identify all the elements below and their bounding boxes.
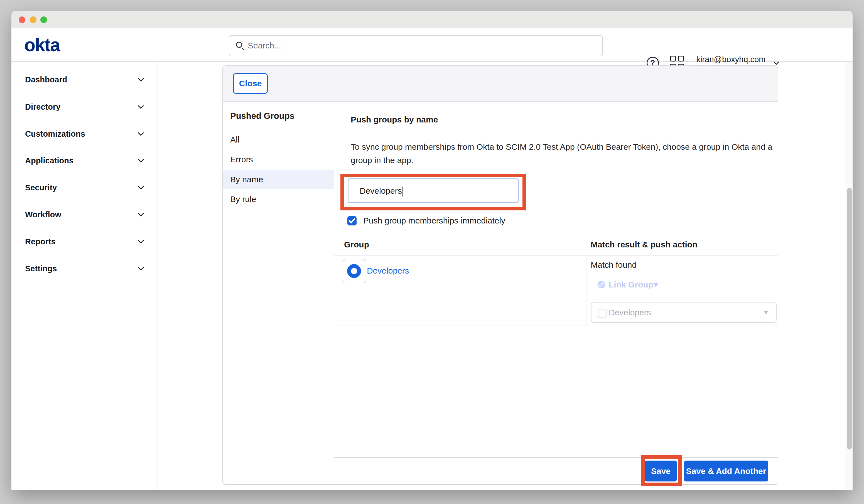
subnav-title: Pushed Groups [230, 108, 295, 124]
close-button[interactable]: Close [233, 73, 268, 94]
sidebar-item-customizations[interactable]: Customizations [11, 125, 158, 142]
match-status: Match found [591, 260, 637, 270]
table-top-border [334, 234, 778, 234]
close-window-button[interactable] [19, 16, 25, 23]
sidebar-item-security[interactable]: Security [11, 179, 158, 196]
sidebar-item-dashboard[interactable]: Dashboard [11, 71, 158, 88]
sidebar-item-directory[interactable]: Directory [11, 98, 158, 115]
column-header-group: Group [344, 240, 369, 249]
subnav-item-all[interactable]: All [223, 130, 334, 149]
pushed-groups-subnav: Pushed Groups All Errors By name By rule [223, 101, 334, 484]
search-input[interactable] [248, 36, 582, 56]
app-group-select-disabled[interactable]: Developers [591, 302, 777, 323]
section-description: To sync group memberships from Okta to S… [351, 140, 772, 167]
sidebar-item-applications[interactable]: Applications [11, 152, 158, 169]
section-heading: Push groups by name [351, 115, 438, 124]
pushed-groups-panel: Close Pushed Groups All Errors By name B… [223, 65, 778, 485]
chevron-down-icon [137, 265, 144, 272]
desktop: okta ? kiran@boxyhq.com okta-dev-2090126… [0, 0, 864, 504]
chevron-down-icon [137, 184, 144, 191]
group-name-input-value: Developers [360, 186, 402, 195]
table-column-divider [586, 255, 587, 326]
chevron-down-icon [137, 157, 144, 164]
caret-down-icon [653, 283, 658, 287]
link-icon [598, 281, 605, 288]
group-icon [342, 259, 366, 283]
subnav-item-errors[interactable]: Errors [223, 150, 334, 169]
okta-logo: okta [24, 28, 60, 61]
sidebar-item-workflow[interactable]: Workflow [11, 206, 158, 223]
text-cursor [403, 187, 403, 196]
push-by-name-content: Push groups by name To sync group member… [334, 101, 778, 484]
chevron-down-icon [137, 212, 144, 218]
sidebar-item-settings[interactable]: Settings [11, 260, 158, 277]
group-donut-icon [347, 264, 361, 278]
panel-header: Close [223, 66, 778, 101]
chevron-down-icon [137, 104, 144, 110]
footer-divider [334, 457, 778, 458]
chevron-down-icon [137, 239, 144, 244]
caret-down-icon [764, 311, 768, 314]
scrollbar-thumb[interactable] [847, 188, 852, 449]
push-immediately-label: Push group memberships immediately [363, 216, 505, 225]
chevron-down-icon [137, 76, 144, 83]
group-link-developers[interactable]: Developers [367, 266, 409, 276]
app-group-placeholder-icon [598, 309, 607, 317]
account-email: kiran@boxyhq.com [692, 55, 770, 64]
sidebar-item-reports[interactable]: Reports [11, 233, 158, 250]
sidebar-nav: Dashboard Directory Customizations Appli… [11, 62, 158, 490]
subnav-item-by-name[interactable]: By name [223, 170, 334, 189]
maximize-window-button[interactable] [40, 16, 47, 23]
search-icon [236, 42, 244, 50]
push-immediately-checkbox[interactable] [347, 216, 357, 225]
window-titlebar [11, 11, 853, 28]
save-add-another-button[interactable]: Save & Add Another [684, 460, 768, 481]
scrollbar-track[interactable] [845, 62, 853, 490]
subnav-item-by-rule[interactable]: By rule [223, 190, 334, 209]
save-button[interactable]: Save [645, 460, 677, 481]
browser-window: okta ? kiran@boxyhq.com okta-dev-2090126… [11, 11, 853, 490]
chevron-down-icon [137, 131, 144, 137]
minimize-window-button[interactable] [30, 16, 36, 23]
table-row-border [334, 326, 778, 326]
column-header-match-result: Match result & push action [591, 240, 697, 249]
table-header-border [334, 255, 778, 255]
app-header: okta ? kiran@boxyhq.com okta-dev-2090126… [11, 28, 853, 62]
search-bar [229, 35, 603, 56]
group-name-input[interactable]: Developers [348, 178, 519, 203]
